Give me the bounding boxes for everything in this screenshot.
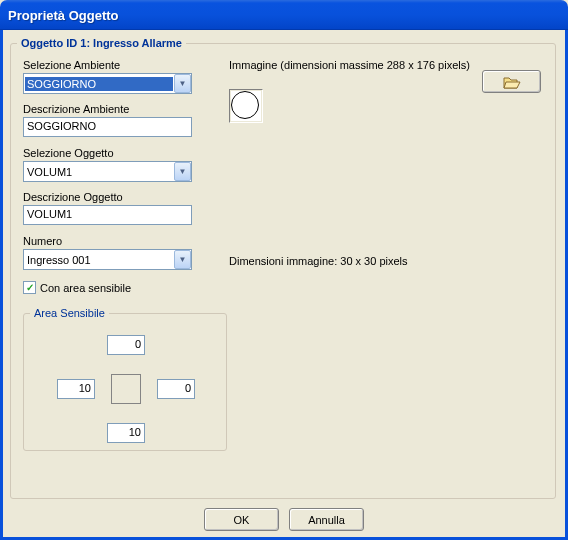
image-preview-frame — [229, 89, 263, 123]
label-descrizione-oggetto: Descrizione Oggetto — [23, 191, 123, 203]
title-bar: Proprietà Oggetto — [0, 0, 568, 30]
svg-marker-1 — [504, 82, 520, 88]
input-descrizione-ambiente[interactable]: SOGGIORNO — [23, 117, 192, 137]
dropdown-selezione-oggetto[interactable]: VOLUM1 ▼ — [23, 161, 192, 182]
folder-open-icon — [503, 75, 521, 89]
label-selezione-oggetto: Selezione Oggetto — [23, 147, 114, 159]
area-center-box — [111, 374, 141, 404]
window-title: Proprietà Oggetto — [8, 8, 119, 23]
dropdown-text: SOGGIORNO — [25, 77, 173, 91]
browse-button[interactable] — [482, 70, 541, 93]
label-numero: Numero — [23, 235, 62, 247]
button-bar: OK Annulla — [3, 508, 565, 531]
area-sensibile-groupbox: Area Sensibile 0 10 0 10 — [23, 307, 227, 451]
circle-icon — [231, 91, 259, 119]
chevron-down-icon[interactable]: ▼ — [174, 162, 191, 181]
input-area-top[interactable]: 0 — [107, 335, 145, 355]
input-descrizione-oggetto[interactable]: VOLUM1 — [23, 205, 192, 225]
main-group-legend: Oggetto ID 1: Ingresso Allarme — [17, 37, 186, 49]
chevron-down-icon[interactable]: ▼ — [174, 74, 191, 93]
chevron-down-icon[interactable]: ▼ — [174, 250, 191, 269]
checkbox-box: ✓ — [23, 281, 36, 294]
checkbox-label: Con area sensibile — [40, 282, 131, 294]
input-area-right[interactable]: 0 — [157, 379, 195, 399]
image-preview — [231, 91, 261, 121]
label-descrizione-ambiente: Descrizione Ambiente — [23, 103, 129, 115]
input-area-left[interactable]: 10 — [57, 379, 95, 399]
main-groupbox: Oggetto ID 1: Ingresso Allarme Selezione… — [10, 37, 556, 499]
label-selezione-ambiente: Selezione Ambiente — [23, 59, 120, 71]
checkbox-con-area-sensibile[interactable]: ✓ Con area sensibile — [23, 281, 131, 294]
label-dimensioni: Dimensioni immagine: 30 x 30 pixels — [229, 255, 408, 267]
dropdown-numero[interactable]: Ingresso 001 ▼ — [23, 249, 192, 270]
cancel-button[interactable]: Annulla — [289, 508, 364, 531]
client-area: Oggetto ID 1: Ingresso Allarme Selezione… — [0, 30, 568, 540]
dropdown-text: Ingresso 001 — [24, 252, 174, 268]
area-sensibile-legend: Area Sensibile — [30, 307, 109, 319]
dropdown-text: VOLUM1 — [24, 164, 174, 180]
ok-button[interactable]: OK — [204, 508, 279, 531]
dropdown-selezione-ambiente[interactable]: SOGGIORNO ▼ — [23, 73, 192, 94]
input-area-bottom[interactable]: 10 — [107, 423, 145, 443]
label-immagine: Immagine (dimensioni massime 288 x 176 p… — [229, 59, 470, 71]
